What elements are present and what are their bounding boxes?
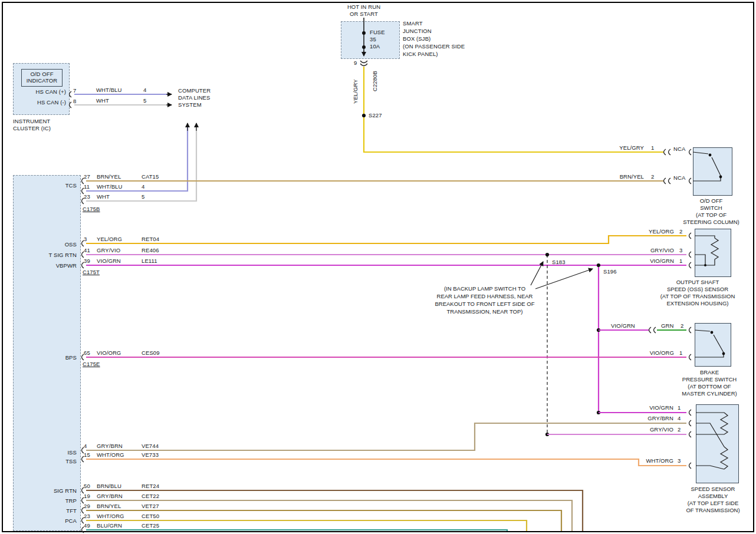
wire-label-wht: WHT [96, 97, 109, 104]
brake-pin-2: 2 [681, 322, 683, 329]
pin-number: 19 [84, 493, 90, 499]
od-off-switch-name-line1: O/D OFF [672, 197, 750, 205]
speed-pin-2: 2 [678, 426, 681, 433]
connector-label-c175b: C175B [83, 206, 100, 212]
wire-label-brn-yel-switch: BRN/YEL [607, 173, 644, 180]
brake-switch-name-line1: BRAKE [671, 369, 748, 376]
pin-number: 23 [84, 513, 90, 519]
circuit-label: VE744 [142, 443, 159, 449]
fuse-label: FUSE [370, 29, 385, 35]
speed-sensor-symbol [696, 413, 728, 469]
oss-sensor-name-line4: EXTENSION HOUSING) [650, 300, 745, 307]
pcm-signal-bps: BPS [31, 354, 77, 361]
circuit-label: CET25 [142, 522, 159, 529]
sjb-label-line4: (ON PASSENGER SIDE [403, 43, 465, 50]
pin-number: 65 [84, 350, 90, 356]
wire-label-vio-grn-brake: VIO/GRN [611, 322, 635, 329]
oss-sensor-name-line3: (AT TOP OF TRANSMISSION [650, 293, 745, 300]
wire-label-yel-org-sensor: YEL/ORG [640, 228, 674, 235]
pcm-signal-t-sig-rtn: T SIG RTN [31, 252, 77, 258]
od-off-switch-symbol [693, 152, 722, 181]
hot-label-line1: HOT IN RUN [334, 4, 393, 10]
brake-switch-wires [86, 330, 686, 357]
circuit-label: CET22 [142, 493, 159, 499]
tcs-wires [86, 123, 664, 201]
ic-pin-7: 7 [73, 87, 76, 94]
wire-label-vio-grn-speed: VIO/GRN [637, 404, 673, 411]
brake-pressure-switch-symbol [695, 330, 725, 357]
wiring-diagram-page: HOT IN RUN OR START FUSE 35 10A SMART JU… [0, 0, 756, 534]
pin-number: 39 [84, 258, 90, 264]
speed-sensor-name-line3: (AT TOP LEFT SIDE [676, 500, 750, 507]
cdl-line2: DATA LINES [178, 94, 211, 101]
ic-name-line2: CLUSTER (IC) [13, 125, 51, 131]
oss-sensor-name-line1: OUTPUT SHAFT [650, 279, 745, 286]
speed-pin-4: 4 [678, 415, 681, 421]
pcm-signal-vbpwr: VBPWR [31, 262, 77, 269]
pin-number: 15 [84, 451, 90, 458]
wire-color-label: BRN/YEL [97, 503, 121, 509]
sjb-label-line1: SMART [403, 20, 423, 27]
splice-label-s227: S227 [369, 112, 382, 118]
pcm-signal-oss: OSS [31, 241, 77, 248]
ic-name-line1: INSTRUMENT [13, 118, 50, 124]
wire-color-label: WHT [97, 193, 110, 200]
pin-number: 4 [84, 443, 87, 449]
circuit-label-5: 5 [143, 97, 146, 104]
brake-switch-name-line3: (AT BOTTOM OF [671, 383, 748, 390]
wire-color-label: WHT/ORG [97, 451, 124, 458]
wire-label-wht-org-speed: WHT/ORG [637, 457, 673, 464]
wire-color-label: YEL/ORG [97, 236, 122, 242]
wire-color-label: BLU/GRN [97, 522, 122, 529]
pcm-signal-tcs: TCS [31, 182, 77, 189]
brake-pin-1: 1 [679, 350, 682, 356]
circuit-label-4: 4 [143, 87, 146, 93]
wire-label-gry-vio-speed: GRY/VIO [637, 426, 673, 433]
sjb-label-line5: KICK PANEL) [403, 51, 438, 57]
wire-label-yel-gry-switch: YEL/GRY [607, 144, 644, 151]
note-line2: REAR LAMP FEED HARNESS, NEAR [425, 292, 545, 300]
pin-number: 29 [84, 503, 90, 509]
instrument-cluster-wires [70, 91, 172, 108]
note-line3: BREAKOUT TO FRONT LEFT SIDE OF [425, 300, 545, 308]
circuit-label: CES09 [142, 350, 160, 356]
pcm-signal-trp: TRP [31, 497, 77, 504]
wire-label-gry-vio-sensor: GRY/VIO [640, 247, 674, 253]
bottom-wires [86, 490, 583, 531]
sjb-label-line2: JUNCTION [403, 28, 432, 34]
fuse-number: 35 [370, 36, 376, 42]
wire-label-gry-brn-speed: GRY/BRN [637, 415, 673, 421]
oss-sensor-name: OUTPUT SHAFT SPEED (OSS) SENSOR (AT TOP … [650, 279, 745, 307]
splice-verticals [545, 253, 600, 436]
pcm-signal-tss: TSS [31, 458, 77, 464]
brake-pressure-switch-name: BRAKE PRESSURE SWITCH (AT BOTTOM OF MAST… [671, 369, 748, 397]
circuit-label: VET27 [142, 503, 159, 509]
oss-sensor-name-line2: SPEED (OSS) SENSOR [650, 286, 745, 293]
pin-number: 41 [84, 247, 90, 253]
wire-color-label: VIO/ORG [97, 350, 121, 356]
switch-pin-1: 1 [651, 144, 654, 151]
speed-sensor-name-line4: OF TRANSMISSION) [676, 507, 750, 514]
wire-color-label: VIO/GRN [97, 258, 121, 264]
wire-color-label: GRY/BRN [97, 443, 123, 449]
switch-pin-2: 2 [651, 173, 654, 180]
speed-pin-1: 1 [678, 404, 681, 411]
pin-number: 3 [84, 236, 87, 242]
circuit-label: VE733 [142, 451, 159, 458]
wire-label-yel-gry-vertical: YEL/GRY [352, 79, 359, 104]
speed-sensor-assembly-name: SPEED SENSOR ASSEMBLY (AT TOP LEFT SIDE … [676, 486, 750, 514]
hot-label-line2: OR START [334, 11, 393, 17]
nca-label-2: NCA [673, 174, 685, 181]
speed-pin-3: 3 [678, 457, 681, 464]
hs-can-plus-label: HS CAN (+) [28, 88, 66, 95]
pcm-signal-tft: TFT [31, 507, 77, 514]
od-off-switch-name: O/D OFF SWITCH (AT TOP OF STEERING COLUM… [672, 197, 750, 226]
od-off-indicator-line1: O/D OFF [21, 71, 63, 77]
splice-label-s183: S183 [552, 259, 566, 265]
od-off-switch-name-line3: (AT TOP OF [672, 212, 750, 219]
circuit-label: RE406 [142, 247, 159, 253]
fuse-symbol [360, 18, 367, 66]
circuit-label: 4 [142, 183, 144, 190]
wire-color-label: WHT/BLU [97, 183, 122, 190]
pin-number: 50 [84, 483, 90, 489]
